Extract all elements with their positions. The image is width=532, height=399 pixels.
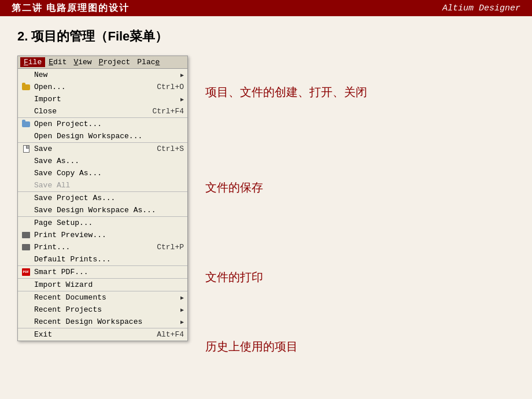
menu-save[interactable]: Save Ctrl+S [18, 143, 187, 155]
menubar-view[interactable]: View [70, 57, 95, 67]
print-preview-icon [20, 231, 32, 240]
menu-section-1: New ▶ Open... Ctrl+O Import ▶ Close Ctrl… [18, 69, 187, 118]
menu-section-5: Page Setup... Print Preview... Print... … [18, 217, 187, 266]
menu-open-project[interactable]: Open Project... [18, 118, 187, 130]
header-bar: 第二讲 电路原理图的设计 Altium Designer [0, 0, 532, 16]
menu-print-preview[interactable]: Print Preview... [18, 229, 187, 241]
menu-exit[interactable]: Exit Alt+F4 [18, 328, 187, 341]
menu-smart-pdf[interactable]: PDF Smart PDF... [18, 266, 187, 278]
annotation-2: 文件的保存 [205, 180, 263, 195]
menu-section-6: PDF Smart PDF... [18, 266, 187, 279]
menu-save-all[interactable]: Save All [18, 179, 187, 191]
menu-new[interactable]: New ▶ [18, 69, 187, 81]
submenu-arrow: ▶ [180, 294, 184, 301]
menubar-edit[interactable]: Edit [45, 57, 70, 67]
menu-save-workspace-as[interactable]: Save Design Workspace As... [18, 204, 187, 216]
menu-close[interactable]: Close Ctrl+F4 [18, 105, 187, 117]
section-title: 2. 项目的管理（File菜单） [17, 28, 515, 45]
annotation-4: 历史上使用的项目 [205, 339, 298, 354]
annotation-3: 文件的打印 [205, 269, 263, 285]
menu-import[interactable]: Import ▶ [18, 93, 187, 105]
menu-section-9: Exit Alt+F4 [18, 328, 187, 341]
pdf-icon: PDF [20, 268, 32, 277]
header-brand: Altium Designer [442, 3, 520, 13]
annotation-1: 项目、文件的创建、打开、关闭 [205, 84, 367, 100]
menu-container: File Edit View Project Place New ▶ Open.… [17, 56, 515, 399]
file-menu: File Edit View Project Place New ▶ Open.… [17, 56, 188, 341]
menubar-place[interactable]: Place [134, 57, 163, 67]
menu-recent-projects[interactable]: Recent Projects ▶ [18, 304, 187, 316]
menubar-project[interactable]: Project [95, 57, 134, 67]
menu-recent-documents[interactable]: Recent Documents ▶ [18, 291, 187, 304]
menu-open-workspace[interactable]: Open Design Workspace... [18, 130, 187, 142]
menu-save-copy-as[interactable]: Save Copy As... [18, 167, 187, 179]
menu-save-project-as[interactable]: Save Project As... [18, 192, 187, 204]
menu-page-setup[interactable]: Page Setup... [18, 217, 187, 229]
menu-open[interactable]: Open... Ctrl+O [18, 81, 187, 93]
menu-section-3: Save Ctrl+S Save As... Save Copy As... S… [18, 143, 187, 192]
menu-section-7: Import Wizard [18, 279, 187, 291]
menu-recent-workspaces[interactable]: Recent Design Workspaces ▶ [18, 316, 187, 328]
main-content: 2. 项目的管理（File菜单） File Edit View Project … [0, 16, 532, 399]
submenu-arrow: ▶ [180, 306, 184, 313]
print-icon [20, 243, 32, 252]
menu-save-as[interactable]: Save As... [18, 155, 187, 167]
menu-section-4: Save Project As... Save Design Workspace… [18, 192, 187, 217]
menu-print[interactable]: Print... Ctrl+P [18, 241, 187, 253]
menu-default-prints[interactable]: Default Prints... [18, 253, 187, 265]
menubar-file[interactable]: File [20, 57, 45, 67]
save-icon [20, 145, 32, 154]
menu-import-wizard[interactable]: Import Wizard [18, 279, 187, 291]
submenu-arrow: ▶ [180, 96, 184, 103]
submenu-arrow: ▶ [180, 72, 184, 79]
open-icon [20, 83, 32, 92]
open-project-icon [20, 120, 32, 129]
submenu-arrow: ▶ [180, 319, 184, 326]
header-title: 第二讲 电路原理图的设计 [12, 2, 130, 14]
menu-section-8: Recent Documents ▶ Recent Projects ▶ Rec… [18, 291, 187, 328]
menu-bar: File Edit View Project Place [18, 56, 187, 69]
menu-section-2: Open Project... Open Design Workspace... [18, 118, 187, 143]
